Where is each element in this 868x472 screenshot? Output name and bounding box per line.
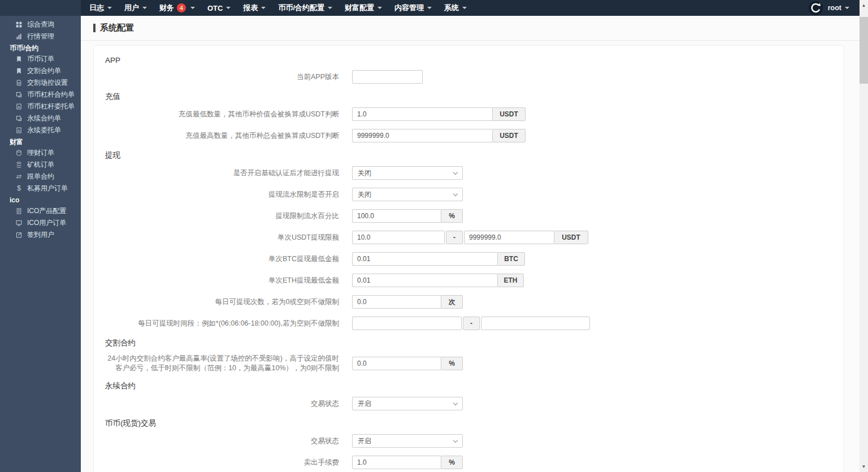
withdraw-percent-input[interactable] — [352, 209, 441, 223]
nav-label: 用户 — [124, 3, 139, 13]
nav-item-content[interactable]: 内容管理 — [388, 0, 438, 16]
chevron-down-icon — [845, 7, 849, 9]
chevron-down-icon — [427, 7, 432, 9]
withdraw-flow-select[interactable]: 关闭 — [352, 188, 463, 201]
perpetual-status-select[interactable]: 开启 — [352, 397, 463, 410]
scroll-up-arrow[interactable]: ▲ — [860, 1, 868, 10]
notification-badge: 4 — [177, 3, 186, 12]
monitor-icon — [15, 219, 23, 227]
sidebar-item-delivery-orders[interactable]: 交割合约单 — [0, 65, 81, 77]
spot-status-select[interactable]: 开启 — [352, 434, 463, 448]
title-accent-bar — [93, 24, 96, 32]
topbar-right: root — [809, 1, 860, 15]
sidebar: 综合查询 行情管理 币币/合约 币币订单 交割合约单 交割场控设置 币币杠杆合约… — [0, 16, 81, 472]
nav-label: 日志 — [89, 3, 104, 13]
nav-item-logs[interactable]: 日志 — [83, 0, 118, 16]
field-label: 提现流水限制是否开启 — [105, 190, 339, 200]
grid-icon — [15, 21, 23, 28]
market-chart-icon — [15, 33, 23, 40]
btc-min-input[interactable] — [352, 252, 498, 266]
nav-label: OTC — [207, 4, 223, 12]
section-title-withdraw: 提现 — [105, 150, 830, 161]
form-row-withdraw-btc-min: 单次BTC提现最低金额 BTC — [105, 252, 830, 266]
nav-item-finance[interactable]: 财务4 — [153, 0, 201, 16]
field-label: 单次USDT提现限额 — [105, 233, 339, 243]
section-title-perpetual: 永续合约 — [105, 381, 830, 391]
nav-item-wealth-config[interactable]: 财富配置 — [338, 0, 388, 16]
main-content: 系统配置 APP 当前APP版本 充值 充值最低数量，其他币种价值会被换算成US… — [81, 16, 860, 472]
time-range-start-input[interactable] — [352, 317, 462, 330]
chevron-down-icon — [462, 7, 467, 9]
bookmark-icon — [15, 55, 23, 63]
file-chart-icon — [15, 103, 23, 110]
nav-item-users[interactable]: 用户 — [118, 0, 153, 16]
scroll-down-arrow[interactable]: ▼ — [860, 462, 868, 471]
sidebar-item-perpetual-contract-orders[interactable]: 永续合约单 — [0, 112, 81, 124]
chevron-down-icon — [107, 7, 112, 9]
field-label: 充值最低数量，其他币种价值会被换算成USDT判断 — [105, 110, 339, 119]
coins-icon — [15, 149, 23, 157]
form-row-withdraw-usdt-limit: 单次USDT提现限额 - USDT — [105, 231, 830, 244]
recharge-max-input[interactable] — [352, 129, 493, 142]
refresh-avatar-icon[interactable] — [809, 1, 823, 15]
usdt-limit-max-input[interactable] — [464, 231, 554, 244]
withdraw-auth-select[interactable]: 关闭 — [352, 166, 463, 180]
copy-icon — [15, 91, 23, 98]
sidebar-item-wealth-orders[interactable]: 理财订单 — [0, 147, 81, 159]
sidebar-item-private-user-orders[interactable]: $私募用户订单 — [0, 183, 81, 194]
sidebar-item-spot-orders[interactable]: 币币订单 — [0, 53, 81, 65]
range-separator: - — [446, 231, 463, 244]
nav-label: 系统 — [444, 3, 459, 13]
eth-min-input[interactable] — [352, 274, 498, 287]
unit-addon: USDT — [554, 231, 588, 244]
sidebar-item-margin-entrust-orders[interactable]: 币币杠杆委托单 — [0, 101, 81, 112]
delivery-rate-input[interactable] — [352, 357, 441, 370]
form-row-spot-sell-fee: 卖出手续费 % — [105, 456, 830, 469]
field-label: 每日可提现时间段：例如*(06:06:06-18:00:00),若为空则不做限制 — [105, 319, 339, 328]
sidebar-item-overview[interactable]: 综合查询 — [0, 19, 81, 31]
nav-item-reports[interactable]: 报表 — [237, 0, 272, 16]
sidebar-item-delivery-risk-settings[interactable]: 交割场控设置 — [0, 77, 81, 89]
sidebar-item-margin-contract-orders[interactable]: 币币杠杆合约单 — [0, 89, 81, 101]
section-title-app: APP — [105, 56, 830, 64]
scrollbar-thumb[interactable] — [860, 17, 868, 84]
nav-item-coin-contract-config[interactable]: 币币/合约配置 — [272, 0, 338, 16]
user-menu[interactable]: root — [828, 4, 849, 12]
unit-addon: % — [441, 357, 463, 370]
daily-count-input[interactable] — [352, 295, 441, 309]
time-range-end-input[interactable] — [481, 317, 590, 330]
sidebar-item-ico-product-config[interactable]: ICO产品配置 — [0, 205, 81, 217]
nav-item-system[interactable]: 系统 — [438, 0, 473, 16]
sidebar-item-ico-user-orders[interactable]: ICO用户订单 — [0, 217, 81, 229]
form-row-perpetual-status: 交易状态 开启 — [105, 397, 830, 410]
section-title-spot: 币币(现货)交易 — [105, 418, 830, 428]
field-label: 卖出手续费 — [105, 458, 339, 467]
form-row-spot-status: 交易状态 开启 — [105, 434, 830, 448]
form-row-withdraw-percent: 提现限制流水百分比 % — [105, 209, 830, 223]
username: root — [828, 4, 841, 12]
recharge-min-input[interactable] — [352, 107, 493, 121]
chevron-down-icon — [377, 7, 382, 9]
sidebar-item-market[interactable]: 行情管理 — [0, 31, 81, 42]
form-row-delivery-rate: 24小时内交割合约客户最高赢率(设置了场控的不受影响)，高于设定的值时客户必亏，… — [105, 354, 830, 373]
page-header: 系统配置 — [81, 16, 860, 41]
page-scrollbar[interactable]: ▲ ▼ — [860, 0, 868, 472]
settings-card: APP 当前APP版本 充值 充值最低数量，其他币种价值会被换算成USDT判断 … — [93, 45, 844, 472]
chevron-down-icon — [261, 7, 266, 9]
bookmark-icon — [15, 67, 23, 75]
sidebar-item-perpetual-entrust-orders[interactable]: 永续委托单 — [0, 124, 81, 136]
form-row-withdraw-eth-min: 单次ETH提现最低金额 ETH — [105, 274, 830, 287]
sidebar-item-copy-trading[interactable]: 跟单合约 — [0, 171, 81, 183]
field-label: 单次BTC提现最低金额 — [105, 254, 339, 264]
file-chart-icon — [15, 127, 23, 134]
usdt-limit-min-input[interactable] — [352, 231, 445, 244]
dollar-icon: $ — [15, 185, 23, 192]
sell-fee-input[interactable] — [352, 456, 441, 469]
nav-item-otc[interactable]: OTC — [201, 0, 237, 16]
top-nav: 日志 用户 财务4 OTC 报表 币币/合约配置 财富配置 内容管理 系统 — [81, 0, 473, 16]
sidebar-item-checkin-users[interactable]: 签到用户 — [0, 229, 81, 241]
copy-icon — [15, 115, 23, 122]
unit-addon: ETH — [498, 274, 524, 287]
app-version-input[interactable] — [352, 70, 423, 84]
sidebar-item-miner-orders[interactable]: 矿机订单 — [0, 159, 81, 171]
